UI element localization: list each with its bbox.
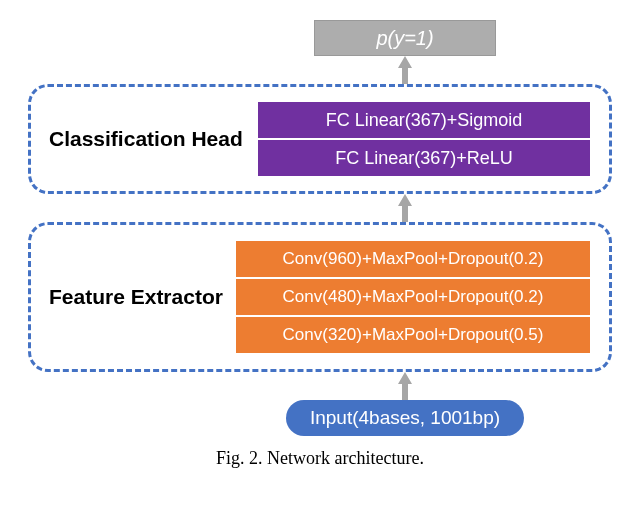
feature-extractor-box: Feature Extractor Conv(960)+MaxPool+Drop… bbox=[28, 222, 612, 372]
conv-layer-320: Conv(320)+MaxPool+Dropout(0.5) bbox=[235, 316, 591, 354]
input-box: Input(4bases, 1001bp) bbox=[286, 400, 524, 436]
arrow-icon bbox=[398, 194, 412, 222]
figure-caption: Fig. 2. Network architecture. bbox=[0, 448, 640, 469]
output-box: p(y=1) bbox=[314, 20, 496, 56]
fc-relu-layer: FC Linear(367)+ReLU bbox=[257, 139, 591, 177]
feature-title: Feature Extractor bbox=[49, 285, 235, 309]
arrow-icon bbox=[398, 372, 412, 400]
classification-title: Classification Head bbox=[49, 127, 257, 151]
conv-layer-480: Conv(480)+MaxPool+Dropout(0.2) bbox=[235, 278, 591, 316]
conv-layer-960: Conv(960)+MaxPool+Dropout(0.2) bbox=[235, 240, 591, 278]
arrow-icon bbox=[398, 56, 412, 84]
classification-head-box: Classification Head FC Linear(367)+Sigmo… bbox=[28, 84, 612, 194]
feature-layers: Conv(960)+MaxPool+Dropout(0.2) Conv(480)… bbox=[235, 240, 591, 354]
fc-sigmoid-layer: FC Linear(367)+Sigmoid bbox=[257, 101, 591, 139]
output-label: p(y=1) bbox=[376, 27, 433, 50]
input-label: Input(4bases, 1001bp) bbox=[310, 407, 500, 429]
classification-layers: FC Linear(367)+Sigmoid FC Linear(367)+Re… bbox=[257, 101, 591, 177]
